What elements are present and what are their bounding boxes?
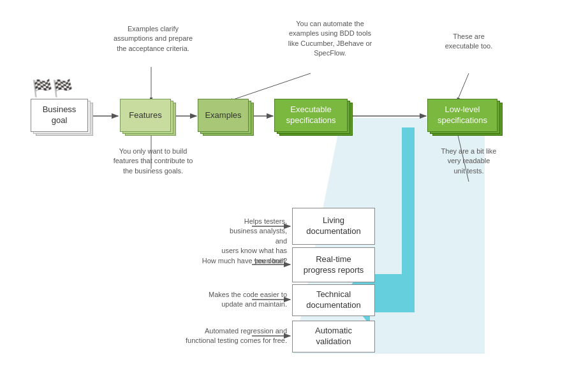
automatic-validation-box: Automaticvalidation [292, 321, 375, 352]
technicaldoc-label: Makes the code easier toupdate and maint… [182, 290, 287, 310]
annotation-lowlevel-bottom: They are a bit likevery readableunit tes… [434, 147, 504, 176]
annotation-lowlevel-top: These areexecutable too. [434, 32, 504, 52]
annotation-examples-top: You can automate theexamples using BDD t… [281, 19, 379, 59]
features-box: Features [120, 99, 171, 132]
living-doc-box: Livingdocumentation [292, 208, 375, 245]
autovalidation-label: Automated regression andfunctional testi… [156, 326, 287, 346]
business-goal-stack: Businessgoal [31, 99, 94, 134]
diagram-container: Examples clarifyassumptions and preparet… [0, 0, 574, 392]
annotation-features-bottom: You only want to buildfeatures that cont… [102, 147, 204, 176]
technical-doc-box: Technicaldocumentation [292, 284, 375, 316]
realtime-label: How much have you done? [179, 256, 287, 266]
lowlevel-specs-box: Low-levelspecifications [427, 99, 497, 132]
realtime-progress-box: Real-timeprogress reports [292, 247, 375, 282]
business-goal-box: Businessgoal [31, 99, 88, 132]
examples-box: Examples [198, 99, 249, 132]
autovalidation-label-area: Automated regression andfunctional testi… [156, 326, 287, 346]
svg-line-8 [457, 73, 469, 101]
diagram-svg [0, 0, 574, 392]
checkered-flags-icon: 🏁🏁 [32, 80, 73, 96]
svg-line-7 [230, 73, 311, 101]
realtime-label-area: How much have you done? [179, 256, 287, 266]
executable-specs-box: Executablespecifications [274, 99, 348, 132]
annotation-features-top: Examples clarifyassumptions and preparet… [108, 24, 198, 54]
technicaldoc-label-area: Makes the code easier toupdate and maint… [182, 290, 287, 310]
